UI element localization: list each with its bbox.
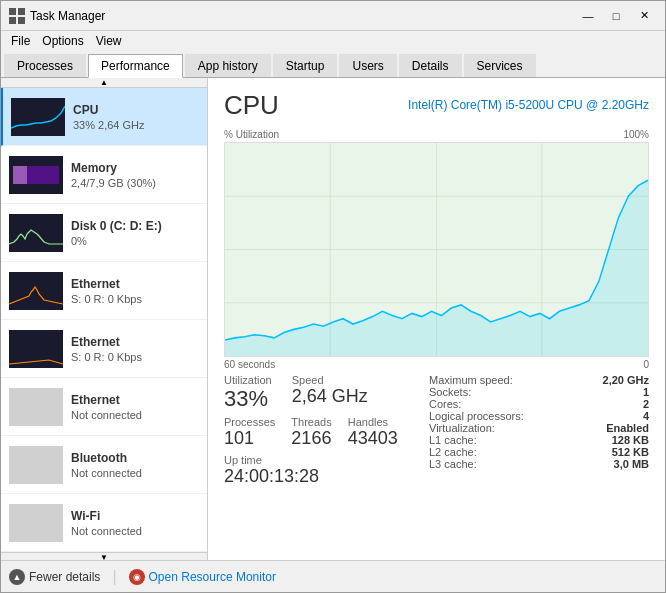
cores-row: Cores: 2 bbox=[429, 398, 649, 410]
wifi-info: Wi-Fi Not connected bbox=[71, 509, 199, 537]
utilization-stat: Utilization 33% bbox=[224, 374, 272, 412]
utilization-value: 33% bbox=[224, 386, 272, 412]
ethernet2-thumbnail bbox=[9, 330, 63, 368]
sidebar-item-disk[interactable]: Disk 0 (C: D: E:) 0% bbox=[1, 204, 207, 262]
y-axis-max: 100% bbox=[623, 129, 649, 140]
ethernet1-info: Ethernet S: 0 R: 0 Kbps bbox=[71, 277, 199, 305]
tab-startup[interactable]: Startup bbox=[273, 54, 338, 77]
processes-stat: Processes 101 bbox=[224, 416, 275, 450]
cpu-thumbnail bbox=[11, 98, 65, 136]
scroll-down-icon[interactable]: ▼ bbox=[100, 553, 108, 560]
main-subtitle: Intel(R) Core(TM) i5-5200U CPU @ 2.20GHz bbox=[408, 98, 649, 112]
tab-details[interactable]: Details bbox=[399, 54, 462, 77]
disk-value: 0% bbox=[71, 235, 199, 247]
main-header: CPU Intel(R) Core(TM) i5-5200U CPU @ 2.2… bbox=[224, 90, 649, 121]
sidebar-item-wifi[interactable]: Wi-Fi Not connected bbox=[1, 494, 207, 552]
logical-label: Logical processors: bbox=[429, 410, 524, 422]
bluetooth-name: Bluetooth bbox=[71, 451, 199, 465]
l1-label: L1 cache: bbox=[429, 434, 477, 446]
virtualization-row: Virtualization: Enabled bbox=[429, 422, 649, 434]
l2-label: L2 cache: bbox=[429, 446, 477, 458]
disk-info: Disk 0 (C: D: E:) 0% bbox=[71, 219, 199, 247]
menu-bar: File Options View bbox=[1, 31, 665, 51]
left-stats-col: Utilization 33% Speed 2,64 GHz Processes… bbox=[224, 374, 413, 488]
cpu-chart bbox=[224, 142, 649, 357]
disk-name: Disk 0 (C: D: E:) bbox=[71, 219, 199, 233]
uptime-stat: Up time 24:00:13:28 bbox=[224, 454, 413, 488]
sidebar-item-ethernet3[interactable]: Ethernet Not connected bbox=[1, 378, 207, 436]
max-speed-label: Maximum speed: bbox=[429, 374, 513, 386]
sidebar-item-bluetooth[interactable]: Bluetooth Not connected bbox=[1, 436, 207, 494]
minimize-button[interactable]: — bbox=[575, 6, 601, 26]
tab-services[interactable]: Services bbox=[464, 54, 536, 77]
main-panel: CPU Intel(R) Core(TM) i5-5200U CPU @ 2.2… bbox=[208, 78, 665, 560]
memory-thumbnail bbox=[9, 156, 63, 194]
handles-stat: Handles 43403 bbox=[348, 416, 398, 450]
footer-divider: | bbox=[112, 568, 116, 586]
utilization-label: Utilization bbox=[224, 374, 272, 386]
app-icon bbox=[9, 8, 25, 24]
svg-rect-9 bbox=[9, 272, 63, 310]
sidebar-item-ethernet2[interactable]: Ethernet S: 0 R: 0 Kbps bbox=[1, 320, 207, 378]
ethernet1-name: Ethernet bbox=[71, 277, 199, 291]
tab-users[interactable]: Users bbox=[339, 54, 396, 77]
sockets-value: 1 bbox=[643, 386, 649, 398]
ethernet3-info: Ethernet Not connected bbox=[71, 393, 199, 421]
sockets-row: Sockets: 1 bbox=[429, 386, 649, 398]
menu-view[interactable]: View bbox=[90, 33, 128, 49]
sockets-label: Sockets: bbox=[429, 386, 471, 398]
close-button[interactable]: ✕ bbox=[631, 6, 657, 26]
virtualization-label: Virtualization: bbox=[429, 422, 495, 434]
right-stats-col: Maximum speed: 2,20 GHz Sockets: 1 Cores… bbox=[429, 374, 649, 488]
tab-app-history[interactable]: App history bbox=[185, 54, 271, 77]
max-speed-row: Maximum speed: 2,20 GHz bbox=[429, 374, 649, 386]
l1-row: L1 cache: 128 KB bbox=[429, 434, 649, 446]
ethernet2-value: S: 0 R: 0 Kbps bbox=[71, 351, 199, 363]
cpu-value: 33% 2,64 GHz bbox=[73, 119, 199, 131]
bluetooth-info: Bluetooth Not connected bbox=[71, 451, 199, 479]
threads-value: 2166 bbox=[291, 428, 331, 450]
uptime-label: Up time bbox=[224, 454, 413, 466]
resource-monitor-button[interactable]: ◉ Open Resource Monitor bbox=[129, 569, 276, 585]
virtualization-value: Enabled bbox=[606, 422, 649, 434]
memory-info: Memory 2,4/7,9 GB (30%) bbox=[71, 161, 199, 189]
y-axis-label: % Utilization bbox=[224, 129, 279, 140]
l3-label: L3 cache: bbox=[429, 458, 477, 470]
wifi-thumbnail bbox=[9, 504, 63, 542]
tab-performance[interactable]: Performance bbox=[88, 54, 183, 78]
l2-value: 512 KB bbox=[612, 446, 649, 458]
handles-label: Handles bbox=[348, 416, 398, 428]
cpu-name: CPU bbox=[73, 103, 199, 117]
uptime-value: 24:00:13:28 bbox=[224, 466, 413, 488]
bluetooth-value: Not connected bbox=[71, 467, 199, 479]
cores-label: Cores: bbox=[429, 398, 461, 410]
maximize-button[interactable]: □ bbox=[603, 6, 629, 26]
ethernet1-value: S: 0 R: 0 Kbps bbox=[71, 293, 199, 305]
resource-monitor-label[interactable]: Open Resource Monitor bbox=[149, 570, 276, 584]
fewer-details-icon: ▲ bbox=[9, 569, 25, 585]
logical-value: 4 bbox=[643, 410, 649, 422]
menu-file[interactable]: File bbox=[5, 33, 36, 49]
main-title: CPU bbox=[224, 90, 279, 121]
svg-rect-7 bbox=[13, 166, 27, 184]
sidebar-item-ethernet1[interactable]: Ethernet S: 0 R: 0 Kbps bbox=[1, 262, 207, 320]
svg-rect-3 bbox=[18, 17, 25, 24]
processes-label: Processes bbox=[224, 416, 275, 428]
svg-rect-1 bbox=[18, 8, 25, 15]
svg-rect-0 bbox=[9, 8, 16, 15]
tab-processes[interactable]: Processes bbox=[4, 54, 86, 77]
sidebar: ▲ CPU 33% 2,64 GHz bbox=[1, 78, 208, 560]
sidebar-item-memory[interactable]: Memory 2,4/7,9 GB (30%) bbox=[1, 146, 207, 204]
ethernet3-thumbnail bbox=[9, 388, 63, 426]
fewer-details-button[interactable]: ▲ Fewer details bbox=[9, 569, 100, 585]
chart-labels-bottom: 60 seconds 0 bbox=[224, 359, 649, 370]
max-speed-value: 2,20 GHz bbox=[603, 374, 649, 386]
scroll-up-icon[interactable]: ▲ bbox=[100, 78, 108, 87]
content-area: ▲ CPU 33% 2,64 GHz bbox=[1, 78, 665, 560]
ethernet2-name: Ethernet bbox=[71, 335, 199, 349]
ethernet3-value: Not connected bbox=[71, 409, 199, 421]
l3-row: L3 cache: 3,0 MB bbox=[429, 458, 649, 470]
sidebar-item-cpu[interactable]: CPU 33% 2,64 GHz bbox=[1, 88, 207, 146]
fewer-details-label: Fewer details bbox=[29, 570, 100, 584]
menu-options[interactable]: Options bbox=[36, 33, 89, 49]
